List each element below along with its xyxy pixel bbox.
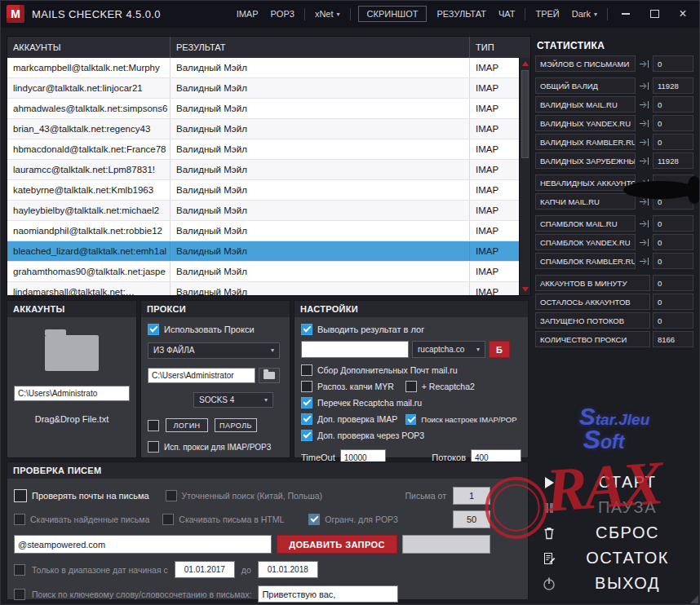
start-button[interactable]: СТАРТ	[532, 470, 700, 495]
app-title: MAILS CHECKER 4.5.0.0	[32, 8, 161, 20]
export-arrow-icon[interactable]	[638, 179, 650, 188]
export-arrow-icon[interactable]	[638, 157, 650, 166]
table-row[interactable]: lindycar@talktalk.net:linjocar21Валидный…	[7, 78, 519, 99]
close-button[interactable]: ×	[672, 5, 693, 23]
export-arrow-icon[interactable]	[638, 219, 650, 228]
recheck-recaptcha-checkbox[interactable]	[301, 397, 312, 408]
collect-extra-mail-checkbox[interactable]	[301, 364, 312, 376]
stat-label: ВАЛИДНЫХ MAIL.RU	[535, 96, 636, 113]
proxy-auth-checkbox[interactable]	[148, 420, 159, 431]
export-arrow-icon[interactable]	[638, 257, 650, 266]
recaptcha2-checkbox[interactable]	[405, 381, 417, 392]
export-arrow-icon[interactable]	[638, 138, 650, 147]
stat-label: ЗАПУЩЕНО ПОТОКОВ	[535, 312, 650, 329]
myr-captcha-checkbox[interactable]	[301, 381, 312, 392]
table-row[interactable]: ahmadwales@talktalk.net:simpsons6Валидны…	[7, 99, 519, 119]
pause-button[interactable]: ПАУЗА	[532, 495, 700, 520]
accounts-path-input[interactable]	[14, 386, 130, 401]
query-extra-field[interactable]	[402, 535, 490, 554]
table-row[interactable]: lauramcc@talktalk.net:Lpm87831!Валидный …	[7, 160, 519, 180]
pop3-limit-checkbox[interactable]	[308, 514, 320, 525]
use-proxy-checkbox[interactable]	[148, 324, 159, 335]
table-row[interactable]: katebyrne@talktalk.net:Kmlb1963Валидный …	[7, 180, 519, 201]
cell-account: naomiandphil@talktalk.net:robbie12	[7, 221, 171, 241]
check-letters-checkbox[interactable]	[14, 489, 27, 502]
add-query-button[interactable]: ДОБАВИТЬ ЗАПРОС	[277, 535, 397, 554]
menu-tray[interactable]: ТРЕЙ	[533, 6, 561, 22]
cell-type: IMAP	[470, 180, 519, 200]
remainder-button[interactable]: ОСТАТОК	[532, 545, 700, 571]
imap-check-checkbox[interactable]	[301, 413, 312, 425]
table-scrollbar[interactable]	[519, 58, 530, 295]
resize-grip[interactable]	[690, 595, 698, 603]
keyword-search-checkbox[interactable]	[14, 589, 25, 600]
export-arrow-icon[interactable]	[638, 60, 650, 68]
keyword-input[interactable]	[258, 585, 398, 603]
scroll-down-icon[interactable]	[522, 287, 529, 292]
date-to-input[interactable]	[258, 561, 318, 578]
folder-icon[interactable]	[45, 335, 99, 371]
export-arrow-icon[interactable]	[638, 119, 650, 128]
query-input[interactable]	[14, 535, 272, 554]
proxy-type-select[interactable]: SOCKS 4▾	[193, 392, 273, 408]
proxy-login-button[interactable]: ЛОГИН	[166, 418, 208, 432]
download-letters-label: Скачивать найденные письма	[30, 514, 149, 524]
table-row[interactable]: hbmacdonald@talktalk.net:France78Валидны…	[7, 139, 519, 160]
proxy-for-imap-checkbox[interactable]	[148, 441, 159, 453]
column-header-accounts[interactable]: АККАУНТЫ	[7, 37, 171, 58]
scrollbar-thumb[interactable]	[521, 70, 529, 158]
menu-imap[interactable]: IMAP	[234, 6, 261, 22]
table-row[interactable]: markcampbell@talktalk.net:MurphyВалидный…	[7, 58, 519, 78]
export-arrow-icon[interactable]	[638, 100, 650, 109]
menu-screenshot[interactable]: СКРИНШОТ	[358, 6, 428, 22]
stat-value: 0	[653, 312, 693, 329]
proxy-path-input[interactable]	[148, 368, 255, 383]
maximize-button[interactable]	[644, 5, 665, 23]
column-header-result[interactable]: РЕЗУЛЬТАТ	[171, 37, 470, 58]
pop3-check-checkbox[interactable]	[301, 430, 312, 441]
chevron-down-icon: ▾	[337, 11, 340, 18]
menu-pop3[interactable]: POP3	[268, 6, 297, 22]
stat-value: 11928	[653, 77, 693, 94]
export-arrow-icon[interactable]	[638, 82, 650, 91]
refined-search-checkbox[interactable]	[166, 490, 177, 501]
menu-xnet-dropdown[interactable]: xNet▾	[312, 6, 343, 22]
proxy-for-imap-label: Исп. прокси для IMAP/POP3	[164, 443, 271, 452]
table-row[interactable]: hayleybielby@talktalk.net:michael2Валидн…	[7, 201, 519, 221]
export-arrow-icon[interactable]	[638, 197, 650, 206]
pop3-limit-input[interactable]	[453, 510, 490, 528]
exit-button[interactable]: ВЫХОД	[532, 571, 700, 596]
column-header-type[interactable]: ТИП	[470, 37, 530, 58]
date-range-checkbox[interactable]	[14, 564, 25, 576]
proxy-source-select[interactable]: ИЗ ФАЙЛА▾	[148, 342, 280, 359]
scroll-up-icon[interactable]	[522, 61, 529, 66]
menu-result[interactable]: РЕЗУЛЬТАТ	[434, 6, 488, 22]
download-letters-checkbox[interactable]	[14, 514, 25, 525]
download-html-checkbox[interactable]	[162, 514, 174, 525]
stat-label: СПАМБЛОК MAIL.RU	[535, 215, 636, 232]
captcha-service-select[interactable]: rucaptcha.co▾	[412, 341, 485, 358]
date-from-input[interactable]	[175, 561, 235, 578]
letters-from-label: Письма от	[405, 491, 446, 501]
captcha-key-input[interactable]	[301, 341, 409, 358]
table-row-selected[interactable]: bleached_lizard@talktalk.net:emh1alВалид…	[7, 241, 519, 262]
letters-from-input[interactable]	[453, 487, 490, 505]
stat-row: АККАУНТОВ В МИНУТУ0	[535, 275, 693, 291]
table-row[interactable]: lindamarshall@talktalk.net:…Валидный Мэй…	[7, 282, 519, 295]
settings-panel: НАСТРОЙКИ Выводить результат в лог rucap…	[294, 300, 529, 458]
balance-button[interactable]: Б	[489, 341, 510, 358]
reset-button[interactable]: СБРОС	[532, 520, 700, 545]
menu-chat[interactable]: ЧАТ	[496, 6, 518, 22]
table-row[interactable]: brian_43@talktalk.net:regency43Валидный …	[7, 119, 519, 139]
table-row[interactable]: naomiandphil@talktalk.net:robbie12Валидн…	[7, 221, 519, 241]
stat-label: ВАЛИДНЫХ YANDEX.RU	[535, 115, 636, 131]
table-row[interactable]: grahamthomas90@talktalk.net:jaspeВалидны…	[7, 262, 519, 282]
proxy-password-button[interactable]: ПАРОЛЬ	[215, 418, 257, 432]
browse-proxy-button[interactable]	[259, 368, 280, 383]
cell-type: IMAP	[470, 99, 519, 118]
minimize-button[interactable]	[615, 5, 636, 23]
imap-settings-search-checkbox[interactable]	[405, 414, 416, 425]
log-output-checkbox[interactable]	[301, 324, 312, 335]
export-arrow-icon[interactable]	[638, 238, 650, 247]
menu-theme-dropdown[interactable]: Dark▾	[569, 6, 600, 22]
